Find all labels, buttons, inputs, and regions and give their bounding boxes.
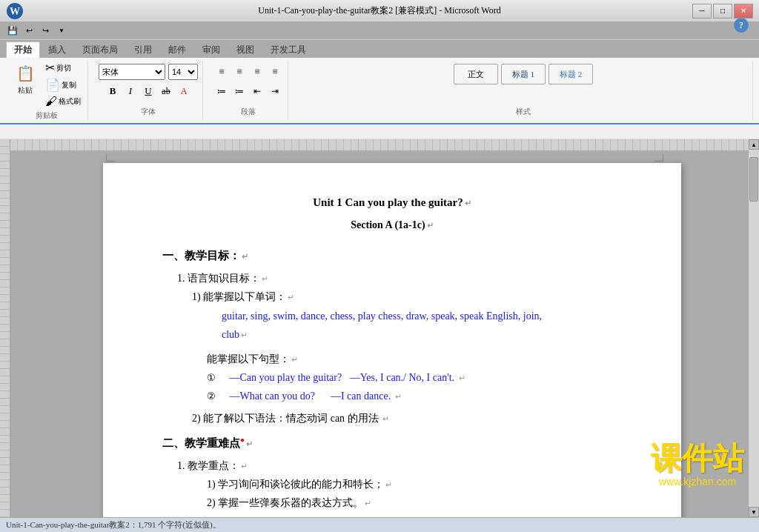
align-left-btn[interactable]: ≡ xyxy=(213,64,230,80)
justify-btn[interactable]: ≡ xyxy=(267,64,283,80)
document-content: Unit 1 Can you play the guitar?↵ Section… xyxy=(162,193,622,517)
tab-review[interactable]: 审阅 xyxy=(194,41,228,58)
para-mark-7: ↵ xyxy=(291,355,298,364)
font-label: 字体 xyxy=(141,107,156,117)
circle-1: ① xyxy=(207,372,216,383)
copy-icon: 📄 xyxy=(45,78,60,92)
strikethrough-btn[interactable]: ab xyxy=(158,83,174,99)
tab-insert[interactable]: 插入 xyxy=(40,41,74,58)
status-doc-name: Unit-1-Can-you-play-the-guitar教案2：1,791 … xyxy=(6,519,221,531)
save-icon[interactable]: 💾 xyxy=(6,24,19,38)
indent-inc-btn[interactable]: ⇥ xyxy=(267,83,283,99)
sentence-patterns-header: 能掌握以下句型：↵ xyxy=(207,350,622,368)
style-h2[interactable]: 标题 2 xyxy=(548,64,593,84)
subsection-2-1: 1. 教学重点：↵ xyxy=(177,456,622,475)
key-point-2: 2) 掌握一些弹奏乐器的表达方式。↵ xyxy=(207,493,622,512)
cut-btn[interactable]: ✂ 剪切 xyxy=(43,60,83,76)
tab-references[interactable]: 引用 xyxy=(126,41,160,58)
para-mark-9: ↵ xyxy=(395,392,402,401)
vocabulary-list-2: club↵ xyxy=(222,325,622,344)
bold-btn[interactable]: B xyxy=(105,83,121,99)
undo-icon[interactable]: ↩ xyxy=(22,24,36,38)
scroll-thumb[interactable] xyxy=(749,157,758,202)
clipboard-label: 剪贴板 xyxy=(36,110,58,121)
copy-btn[interactable]: 📄 复制 xyxy=(43,77,83,93)
scroll-up-arrow[interactable]: ▲ xyxy=(749,139,759,150)
section-2-header: 二、教学重难点●↵ xyxy=(162,433,622,453)
underline-btn[interactable]: U xyxy=(140,83,156,99)
para-mark-4: ↵ xyxy=(262,274,268,283)
format-painter-btn[interactable]: 🖌 格式刷 xyxy=(43,94,83,109)
window-controls: ─ □ ✕ xyxy=(692,4,753,19)
status-doc-name-text: Unit-1-Can-you-play-the-guitar教案2 xyxy=(6,520,130,529)
scroll-track[interactable] xyxy=(749,150,759,507)
pattern-2: ② —What can you do? —I can dance. ↵ xyxy=(207,387,622,405)
para-mark-3: ↵ xyxy=(242,252,248,261)
tab-mailing[interactable]: 邮件 xyxy=(160,41,194,58)
style-h1[interactable]: 标题 1 xyxy=(501,64,546,84)
ruler-top-row xyxy=(0,124,759,139)
watermark-sub-text: www.kjzhan.com xyxy=(651,476,744,488)
tab-layout[interactable]: 页面布局 xyxy=(74,41,126,58)
align-center-btn[interactable]: ≡ xyxy=(231,64,248,80)
font-group: 宋体 14 B I U ab A 字体 xyxy=(94,61,203,120)
tab-start[interactable]: 开始 xyxy=(6,41,40,58)
font-name-select[interactable]: 宋体 xyxy=(99,64,165,80)
styles-label: 样式 xyxy=(516,107,531,117)
scroll-down-arrow[interactable]: ▼ xyxy=(749,507,759,517)
page-top-markers xyxy=(103,154,666,163)
bullets-btn[interactable]: ≔ xyxy=(213,83,230,99)
minimize-btn[interactable]: ─ xyxy=(692,4,712,19)
watermark: 课件站 www.kjzhan.com xyxy=(651,442,744,488)
tab-view[interactable]: 视图 xyxy=(228,41,262,58)
vertical-scrollbar[interactable]: ▲ ▼ xyxy=(749,139,759,517)
font-size-select[interactable]: 14 xyxy=(168,64,198,80)
circle-2: ② xyxy=(207,390,216,402)
status-bar: Unit-1-Can-you-play-the-guitar教案2：1,791 … xyxy=(0,517,759,532)
restore-btn[interactable]: □ xyxy=(713,4,732,19)
clipboard-group: 📋 粘贴 ✂ 剪切 📄 复制 🖌 格式刷 剪贴板 xyxy=(6,61,88,120)
page-container: Unit 1 Can you play the guitar?↵ Section… xyxy=(103,154,666,517)
document-scroll-area[interactable]: Unit 1 Can you play the guitar?↵ Section… xyxy=(10,139,759,517)
window-title: Unit-1-Can-you-play-the-guitar教案2 [兼容模式]… xyxy=(0,4,759,17)
document-page: Unit 1 Can you play the guitar?↵ Section… xyxy=(103,163,681,517)
paste-label: 粘贴 xyxy=(18,85,33,96)
format-painter-icon: 🖌 xyxy=(45,95,57,108)
numbering-btn[interactable]: ≔ xyxy=(231,83,248,99)
vocabulary-list: guitar, sing, swim, dance, chess, play c… xyxy=(222,307,622,325)
para-mark-8: ↵ xyxy=(459,373,465,382)
tab-developer[interactable]: 开发工具 xyxy=(262,41,314,58)
para-mark-13: ↵ xyxy=(385,480,392,489)
font-color-btn[interactable]: A xyxy=(176,83,192,99)
horizontal-ruler xyxy=(10,139,749,151)
sub-item-1-1-1: 1) 能掌握以下单词：↵ xyxy=(192,287,622,306)
para-mark-12: ↵ xyxy=(241,462,248,471)
paragraph-label: 段落 xyxy=(241,107,256,117)
pattern-2-text: —What can you do? —I can dance. xyxy=(225,390,391,402)
redo-icon[interactable]: ↪ xyxy=(39,24,52,38)
title-bar: W Unit-1-Can-you-play-the-guitar教案2 [兼容模… xyxy=(0,0,759,22)
key-point-1: 1) 学习询问和谈论彼此的能力和特长；↵ xyxy=(207,475,622,493)
subsection-2-2: 2. 教学难点：↵ xyxy=(177,515,622,517)
italic-btn[interactable]: I xyxy=(122,83,139,99)
ribbon-tabs: 开始 插入 页面布局 引用 邮件 审阅 视图 开发工具 xyxy=(0,40,759,58)
style-normal[interactable]: 正文 xyxy=(454,64,498,84)
close-btn[interactable]: ✕ xyxy=(734,4,753,19)
quick-access-toolbar: 💾 ↩ ↪ ▼ ? xyxy=(0,22,759,40)
vertical-ruler xyxy=(0,139,10,517)
svg-text:W: W xyxy=(10,6,20,17)
cut-icon: ✂ xyxy=(45,61,55,75)
paste-icon: 📋 xyxy=(13,61,37,85)
help-btn[interactable]: ? xyxy=(734,18,749,33)
para-mark-10: ↵ xyxy=(382,414,389,423)
align-right-btn[interactable]: ≡ xyxy=(249,64,265,80)
subsection-1-1: 1. 语言知识目标：↵ xyxy=(177,269,622,287)
paste-btn[interactable]: 📋 粘贴 xyxy=(10,60,40,109)
app-logo: W xyxy=(6,2,24,20)
more-icon[interactable]: ▼ xyxy=(55,24,68,38)
paragraph-group: ≡ ≡ ≡ ≡ ≔ ≔ ⇤ ⇥ 段落 xyxy=(209,61,288,120)
red-dot: ● xyxy=(240,436,245,444)
indent-dec-btn[interactable]: ⇤ xyxy=(249,83,265,99)
format-painter-label: 格式刷 xyxy=(59,96,81,107)
doc-subtitle: Section A (1a-1c)↵ xyxy=(162,216,622,234)
